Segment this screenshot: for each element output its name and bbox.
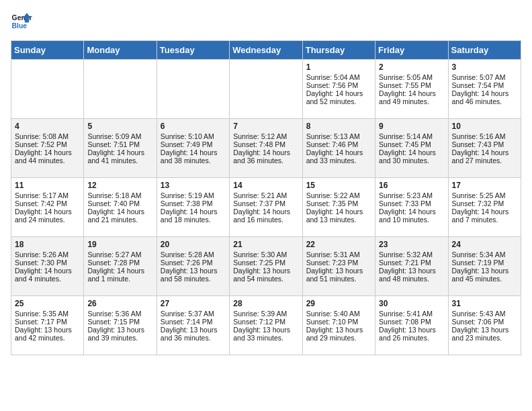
calendar-week-row: 11Sunrise: 5:17 AMSunset: 7:42 PMDayligh…: [11, 178, 521, 237]
calendar-day-cell: 20Sunrise: 5:28 AMSunset: 7:26 PMDayligh…: [157, 237, 229, 296]
calendar-day-cell: 24Sunrise: 5:34 AMSunset: 7:19 PMDayligh…: [448, 237, 521, 296]
day-info-line: Daylight: 14 hours: [161, 208, 226, 216]
day-info-line: and 58 minutes.: [161, 275, 226, 283]
day-info-line: Daylight: 13 hours: [452, 267, 517, 275]
day-info-line: Sunrise: 5:14 AM: [379, 132, 444, 140]
weekday-header: Sunday: [11, 41, 84, 60]
calendar-table: SundayMondayTuesdayWednesdayThursdayFrid…: [11, 40, 521, 355]
day-info-line: Daylight: 14 hours: [379, 148, 444, 156]
day-info-line: Daylight: 13 hours: [306, 326, 371, 334]
day-number: 21: [233, 240, 298, 249]
day-info-line: and 30 minutes.: [379, 156, 444, 165]
day-info-line: Sunrise: 5:22 AM: [306, 191, 371, 199]
day-number: 30: [379, 299, 444, 308]
day-info-line: and 48 minutes.: [379, 275, 444, 283]
day-info-line: Daylight: 13 hours: [379, 267, 444, 275]
calendar-day-cell: 8Sunrise: 5:13 AMSunset: 7:46 PMDaylight…: [302, 119, 375, 178]
day-info-line: Daylight: 14 hours: [306, 208, 371, 216]
day-info-line: Sunset: 7:25 PM: [233, 259, 298, 267]
day-info-line: Daylight: 14 hours: [452, 148, 517, 156]
day-info-line: and 27 minutes.: [452, 156, 517, 165]
day-info-line: Daylight: 14 hours: [15, 148, 80, 156]
calendar-day-cell: 10Sunrise: 5:16 AMSunset: 7:43 PMDayligh…: [448, 119, 521, 178]
day-info-line: Daylight: 14 hours: [306, 89, 371, 97]
day-info-line: Sunrise: 5:32 AM: [379, 250, 444, 259]
day-info-line: Sunset: 7:15 PM: [87, 318, 152, 326]
calendar-day-cell: 4Sunrise: 5:08 AMSunset: 7:52 PMDaylight…: [11, 119, 84, 178]
day-number: 5: [87, 122, 152, 131]
day-info-line: Sunset: 7:21 PM: [379, 259, 444, 267]
day-info-line: Sunset: 7:14 PM: [161, 318, 226, 326]
day-info-line: Sunrise: 5:13 AM: [306, 132, 371, 140]
day-info-line: Sunrise: 5:19 AM: [161, 191, 226, 199]
calendar-day-cell: 7Sunrise: 5:12 AMSunset: 7:48 PMDaylight…: [230, 119, 302, 178]
day-info-line: Sunset: 7:28 PM: [87, 259, 152, 267]
day-info-line: and 16 minutes.: [233, 216, 298, 224]
calendar-day-cell: 9Sunrise: 5:14 AMSunset: 7:45 PMDaylight…: [375, 119, 448, 178]
day-info-line: and 10 minutes.: [379, 216, 444, 224]
day-info-line: and 46 minutes.: [452, 97, 517, 105]
day-info-line: and 36 minutes.: [233, 156, 298, 165]
calendar-day-cell: 5Sunrise: 5:09 AMSunset: 7:51 PMDaylight…: [84, 119, 157, 178]
day-info-line: Daylight: 14 hours: [233, 208, 298, 216]
day-info-line: and 54 minutes.: [233, 275, 298, 283]
calendar-day-cell: [230, 60, 302, 119]
day-number: 18: [15, 240, 80, 249]
day-info-line: Daylight: 14 hours: [87, 148, 152, 156]
calendar-day-cell: 15Sunrise: 5:22 AMSunset: 7:35 PMDayligh…: [302, 178, 375, 237]
day-info-line: and 41 minutes.: [87, 156, 152, 165]
day-info-line: Sunrise: 5:08 AM: [15, 132, 80, 140]
day-number: 14: [233, 181, 298, 190]
day-info-line: Sunrise: 5:04 AM: [306, 73, 371, 81]
day-number: 24: [452, 240, 517, 249]
day-info-line: Daylight: 14 hours: [379, 208, 444, 216]
day-info-line: Sunset: 7:54 PM: [452, 81, 517, 89]
day-info-line: Daylight: 13 hours: [452, 326, 517, 334]
day-info-line: Sunset: 7:55 PM: [379, 81, 444, 89]
day-info-line: and 42 minutes.: [15, 334, 80, 342]
calendar-day-cell: 13Sunrise: 5:19 AMSunset: 7:38 PMDayligh…: [157, 178, 229, 237]
day-info-line: Sunset: 7:33 PM: [379, 199, 444, 208]
day-number: 8: [306, 122, 371, 131]
day-info-line: and 39 minutes.: [87, 334, 152, 342]
day-info-line: and 4 minutes.: [15, 275, 80, 283]
day-info-line: Daylight: 13 hours: [233, 326, 298, 334]
day-info-line: and 33 minutes.: [306, 156, 371, 165]
day-info-line: Sunset: 7:48 PM: [233, 140, 298, 148]
day-number: 1: [306, 62, 371, 72]
day-info-line: and 45 minutes.: [452, 275, 517, 283]
day-number: 28: [233, 299, 298, 308]
day-info-line: Daylight: 14 hours: [15, 267, 80, 275]
day-info-line: and 1 minute.: [87, 275, 152, 283]
calendar-day-cell: 11Sunrise: 5:17 AMSunset: 7:42 PMDayligh…: [11, 178, 84, 237]
day-info-line: and 52 minutes.: [306, 97, 371, 105]
day-info-line: and 44 minutes.: [15, 156, 80, 165]
day-info-line: and 26 minutes.: [379, 334, 444, 342]
day-info-line: Daylight: 14 hours: [161, 148, 226, 156]
calendar-day-cell: 3Sunrise: 5:07 AMSunset: 7:54 PMDaylight…: [448, 60, 521, 119]
day-info-line: Sunrise: 5:25 AM: [452, 191, 517, 199]
day-info-line: Sunset: 7:35 PM: [306, 199, 371, 208]
day-info-line: and 49 minutes.: [379, 97, 444, 105]
day-number: 25: [15, 299, 80, 308]
day-number: 20: [161, 240, 226, 249]
day-info-line: Sunrise: 5:23 AM: [379, 191, 444, 199]
day-info-line: Sunrise: 5:16 AM: [452, 132, 517, 140]
day-number: 31: [452, 299, 517, 308]
day-number: 17: [452, 181, 517, 190]
calendar-day-cell: 18Sunrise: 5:26 AMSunset: 7:30 PMDayligh…: [11, 237, 84, 296]
calendar-day-cell: 14Sunrise: 5:21 AMSunset: 7:37 PMDayligh…: [230, 178, 302, 237]
day-info-line: Sunrise: 5:21 AM: [233, 191, 298, 199]
day-number: 11: [15, 181, 80, 190]
day-info-line: Daylight: 13 hours: [161, 326, 226, 334]
calendar-day-cell: 30Sunrise: 5:41 AMSunset: 7:08 PMDayligh…: [375, 296, 448, 355]
day-info-line: Daylight: 14 hours: [452, 89, 517, 97]
day-number: 3: [452, 62, 517, 72]
day-number: 13: [161, 181, 226, 190]
day-info-line: Sunrise: 5:31 AM: [306, 250, 371, 259]
day-info-line: and 38 minutes.: [161, 156, 226, 165]
calendar-day-cell: 31Sunrise: 5:43 AMSunset: 7:06 PMDayligh…: [448, 296, 521, 355]
day-info-line: Daylight: 14 hours: [87, 267, 152, 275]
day-info-line: Sunrise: 5:34 AM: [452, 250, 517, 259]
day-info-line: and 13 minutes.: [306, 216, 371, 224]
